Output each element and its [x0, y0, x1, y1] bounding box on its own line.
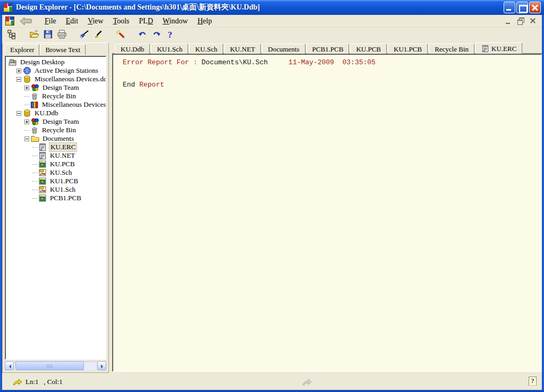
menu-pld[interactable]: PLD: [134, 16, 158, 27]
wizard-button[interactable]: [114, 29, 126, 41]
document-panel: KU.DdbKU1.SchKU.SchKU.NETDocumentsPCB1.P…: [112, 42, 542, 373]
broom-icon: [79, 29, 89, 41]
tree-expander-expanded[interactable]: [16, 111, 21, 116]
design-tree: Design DesktopActive Design StationsMisc…: [5, 56, 106, 360]
doc-tab-label: KU1.PCB: [394, 45, 422, 54]
tree-guide-line: [24, 130, 30, 131]
doc-tab-label: KU.PCB: [356, 45, 381, 54]
doc-tab-ku-ddb[interactable]: KU.Ddb: [115, 44, 150, 54]
doc-tab-label: Recycle Bin: [435, 45, 469, 54]
close-button[interactable]: [529, 2, 541, 13]
app-icon: [3, 3, 13, 12]
doc-tab-documents[interactable]: Documents: [262, 44, 305, 54]
toolbar-group: [78, 29, 105, 41]
tree-item-active-design-stations[interactable]: Active Design Stations: [6, 66, 106, 75]
undo-button[interactable]: [136, 29, 149, 41]
menu-help[interactable]: Help: [193, 16, 217, 27]
minimize-button[interactable]: [504, 2, 515, 13]
tree-item-label: Recycle Bin: [41, 126, 77, 134]
tree-expander-collapsed[interactable]: [24, 120, 29, 124]
tree-item-ku-erc[interactable]: KU.ERC: [6, 143, 106, 151]
workspace: ExplorerBrowse Text Design DesktopActive…: [2, 42, 542, 373]
doc-tab-ku-sch[interactable]: KU.Sch: [189, 44, 223, 54]
report-doc-icon: [38, 143, 47, 151]
tree-item-label: KU.Sch: [49, 168, 73, 177]
menu-edit[interactable]: Edit: [61, 16, 83, 27]
doc-tab-ku-pcb[interactable]: KU.PCB: [350, 44, 387, 54]
tree-item-label: Documents: [41, 134, 75, 143]
tree-item-ku-ddb[interactable]: KU.Ddb: [6, 109, 106, 117]
maximize-button[interactable]: [516, 2, 528, 13]
folder-icon: [31, 134, 39, 143]
redo-button[interactable]: [150, 29, 163, 41]
window-controls: [504, 2, 541, 13]
explorer-panel: ExplorerBrowse Text Design DesktopActive…: [2, 42, 109, 373]
tree-expander-expanded[interactable]: [24, 137, 29, 141]
toggle-explorer-button[interactable]: [5, 29, 18, 41]
toolbar-group: ?: [136, 29, 177, 41]
mdi-restore-button[interactable]: [516, 17, 525, 25]
sch-doc-icon: [38, 168, 47, 177]
mdi-minimize-button[interactable]: [504, 17, 513, 25]
open-button[interactable]: [28, 29, 40, 41]
tree-item-pcb1-pcb[interactable]: PCB1.PCB: [6, 194, 106, 202]
doc-tab-ku1-pcb[interactable]: KU1.PCB: [388, 44, 428, 54]
database-icon: [23, 109, 31, 117]
menu-tools[interactable]: Tools: [108, 16, 134, 27]
window-frame-bottom: [0, 390, 544, 392]
help-button[interactable]: ?: [164, 29, 176, 41]
scroll-right-button[interactable]: [97, 361, 106, 370]
tree-item-design-team[interactable]: Design Team: [6, 117, 106, 126]
tree-item-label: PCB1.PCB: [49, 194, 82, 202]
menu-file[interactable]: File: [40, 16, 61, 27]
tree-item-design-desktop[interactable]: Design Desktop: [6, 58, 106, 66]
menu-view[interactable]: View: [83, 16, 108, 27]
tree-item-recycle-bin[interactable]: Recycle Bin: [6, 126, 106, 134]
tree-item-design-team[interactable]: Design Team: [6, 83, 106, 92]
tree-item-ku1-sch[interactable]: KU1.Sch: [6, 185, 106, 194]
tree-item-miscellaneous-devices-ddb[interactable]: Miscellaneous Devices.ddb: [6, 75, 106, 83]
tree-item-ku1-pcb[interactable]: KU1.PCB: [6, 177, 106, 185]
sweep-button[interactable]: [78, 29, 90, 41]
panel-tab-explorer[interactable]: Explorer: [5, 44, 39, 55]
tree-item-ku-net[interactable]: KU.NET: [6, 151, 106, 160]
document-app-icon: [5, 16, 14, 25]
menu-arrow-icon: [19, 17, 32, 25]
doc-tab-label: KU.NET: [230, 45, 255, 54]
tree-item-documents[interactable]: Documents: [6, 134, 106, 143]
menu-bar: FileEditViewToolsPLDWindowHelp: [2, 15, 542, 28]
tree-item-label: Design Team: [41, 117, 80, 126]
doc-tab-label: KU.Sch: [195, 45, 217, 54]
menu-window[interactable]: Window: [158, 16, 193, 27]
erc-report-view[interactable]: Error Report For : Documents\KU.Sch 11-M…: [112, 54, 542, 372]
tree-guide-line: [32, 181, 38, 182]
doc-tab-recycle-bin[interactable]: Recycle Bin: [429, 44, 474, 54]
gray-arrow-icon: [302, 378, 312, 386]
title-bar: Design Explorer - [C:\Documents and Sett…: [0, 0, 544, 15]
save-button[interactable]: [41, 29, 54, 41]
mdi-window-controls: [504, 17, 542, 25]
tree-item-ku-pcb[interactable]: KU.PCB: [6, 160, 106, 168]
tree-item-recycle-bin[interactable]: Recycle Bin: [6, 92, 106, 100]
tree-expander-collapsed[interactable]: [16, 69, 21, 73]
tree-item-label: KU1.PCB: [49, 177, 79, 185]
tree-item-miscellaneous-devices-lib[interactable]: Miscellaneous Devices.lib: [6, 100, 106, 109]
tree-expander-expanded[interactable]: [16, 77, 21, 82]
doc-tab-label: KU.ERC: [491, 45, 516, 53]
print-button[interactable]: [55, 29, 68, 41]
tree-expander-collapsed[interactable]: [24, 86, 29, 90]
tree-horizontal-scrollbar[interactable]: [5, 361, 106, 370]
doc-tab-ku1-sch[interactable]: KU1.Sch: [151, 44, 188, 54]
scrollbar-thumb[interactable]: [15, 361, 84, 370]
mdi-close-button[interactable]: [529, 17, 538, 25]
panel-tab-browse-text[interactable]: Browse Text: [40, 44, 86, 55]
doc-tab-ku-erc[interactable]: KU.ERC: [475, 42, 522, 54]
tree-item-ku-sch[interactable]: KU.Sch: [6, 168, 106, 177]
draw-button[interactable]: [91, 29, 104, 41]
window-frame-left: [0, 15, 2, 392]
doc-tab-ku-net[interactable]: KU.NET: [224, 44, 261, 54]
scrollbar-track[interactable]: [14, 361, 97, 370]
doc-tab-pcb1-pcb[interactable]: PCB1.PCB: [307, 44, 350, 54]
scroll-left-button[interactable]: [5, 361, 14, 370]
statusbar-help-icon[interactable]: ?: [529, 377, 537, 386]
